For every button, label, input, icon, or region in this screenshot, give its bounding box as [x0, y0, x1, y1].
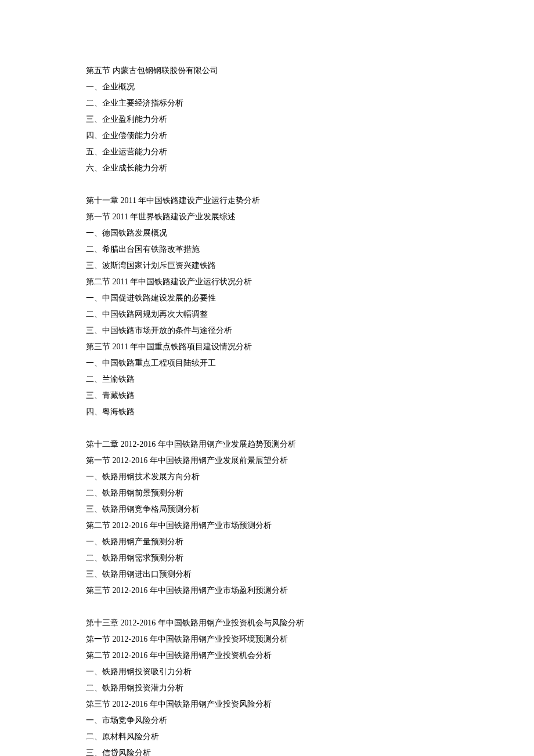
toc-line: 第十一章 2011 年中国铁路建设产业运行走势分析 — [86, 193, 534, 209]
chapter-12: 第十二章 2012-2016 年中国铁路用钢产业发展趋势预测分析 第一节 201… — [86, 436, 534, 599]
toc-line: 三、中国铁路市场开放的条件与途径分析 — [86, 323, 534, 339]
toc-line: 第五节 内蒙古包钢钢联股份有限公司 — [86, 63, 534, 79]
toc-line: 四、粤海铁路 — [86, 404, 534, 420]
toc-line: 六、企业成长能力分析 — [86, 160, 534, 176]
toc-line: 三、波斯湾国家计划斥巨资兴建铁路 — [86, 258, 534, 274]
toc-line: 二、希腊出台国有铁路改革措施 — [86, 241, 534, 258]
toc-line: 三、企业盈利能力分析 — [86, 111, 534, 128]
toc-line: 三、铁路用钢竞争格局预测分析 — [86, 501, 534, 518]
toc-line: 四、企业偿债能力分析 — [86, 128, 534, 144]
toc-line: 二、中国铁路网规划再次大幅调整 — [86, 306, 534, 323]
toc-line: 第二节 2012-2016 年中国铁路用钢产业市场预测分析 — [86, 518, 534, 534]
toc-line: 一、市场竞争风险分析 — [86, 712, 534, 729]
chapter-13: 第十三章 2012-2016 年中国铁路用钢产业投资机会与风险分析 第一节 20… — [86, 615, 534, 756]
toc-line: 二、铁路用钢投资潜力分析 — [86, 680, 534, 696]
toc-line: 一、德国铁路发展概况 — [86, 225, 534, 241]
document-page: 第五节 内蒙古包钢钢联股份有限公司 一、企业概况 二、企业主要经济指标分析 三、… — [0, 0, 534, 756]
section-gap — [86, 599, 534, 615]
section-gap — [86, 176, 534, 193]
section-gap — [86, 420, 534, 436]
toc-line: 三、青藏铁路 — [86, 388, 534, 404]
toc-line: 第二节 2011 年中国铁路建设产业运行状况分析 — [86, 274, 534, 290]
toc-line: 第一节 2012-2016 年中国铁路用钢产业投资环境预测分析 — [86, 631, 534, 648]
toc-line: 五、企业运营能力分析 — [86, 144, 534, 160]
toc-line: 第一节 2012-2016 年中国铁路用钢产业发展前景展望分析 — [86, 453, 534, 469]
toc-line: 三、信贷风险分析 — [86, 745, 534, 756]
toc-line: 第三节 2011 年中国重点铁路项目建设情况分析 — [86, 339, 534, 355]
toc-line: 第一节 2011 年世界铁路建设产业发展综述 — [86, 209, 534, 225]
toc-line: 一、中国促进铁路建设发展的必要性 — [86, 290, 534, 306]
toc-line: 一、铁路用钢产量预测分析 — [86, 534, 534, 550]
toc-line: 第十二章 2012-2016 年中国铁路用钢产业发展趋势预测分析 — [86, 436, 534, 453]
toc-line: 二、企业主要经济指标分析 — [86, 95, 534, 111]
toc-line: 一、铁路用钢技术发展方向分析 — [86, 469, 534, 485]
toc-line: 二、铁路用钢前景预测分析 — [86, 485, 534, 501]
toc-line: 三、铁路用钢进出口预测分析 — [86, 566, 534, 583]
toc-line: 一、铁路用钢投资吸引力分析 — [86, 664, 534, 680]
toc-line: 一、中国铁路重点工程项目陆续开工 — [86, 355, 534, 371]
toc-line: 第三节 2012-2016 年中国铁路用钢产业市场盈利预测分析 — [86, 583, 534, 599]
toc-line: 第十三章 2012-2016 年中国铁路用钢产业投资机会与风险分析 — [86, 615, 534, 631]
toc-line: 二、兰渝铁路 — [86, 371, 534, 388]
section-5: 第五节 内蒙古包钢钢联股份有限公司 一、企业概况 二、企业主要经济指标分析 三、… — [86, 63, 534, 176]
toc-line: 第三节 2012-2016 年中国铁路用钢产业投资风险分析 — [86, 696, 534, 712]
chapter-11: 第十一章 2011 年中国铁路建设产业运行走势分析 第一节 2011 年世界铁路… — [86, 193, 534, 420]
toc-line: 二、铁路用钢需求预测分析 — [86, 550, 534, 566]
toc-line: 一、企业概况 — [86, 79, 534, 95]
toc-line: 二、原材料风险分析 — [86, 729, 534, 745]
toc-line: 第二节 2012-2016 年中国铁路用钢产业投资机会分析 — [86, 648, 534, 664]
